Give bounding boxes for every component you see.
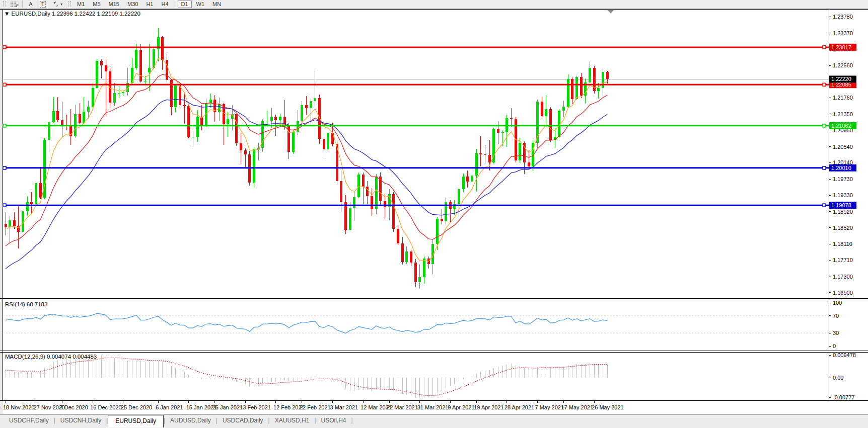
svg-text:22 Feb 2021: 22 Feb 2021 [300, 404, 331, 410]
svg-text:7 Dec 2020: 7 Dec 2020 [60, 404, 88, 410]
svg-text:1.21350: 1.21350 [833, 111, 853, 117]
svg-text:0: 0 [833, 343, 836, 349]
svg-text:6 Jan 2021: 6 Jan 2021 [156, 404, 183, 410]
svg-text:1.22220: 1.22220 [831, 76, 851, 82]
svg-text:25 Dec 2020: 25 Dec 2020 [121, 404, 152, 410]
toolbar-grip[interactable] [3, 1, 6, 7]
timeframe-toolbar: M1M5M15M30H1H4D1W1MN [73, 1, 225, 8]
svg-text:1.22560: 1.22560 [833, 62, 853, 68]
hline-price-tag: 1.20010 [829, 164, 856, 172]
timeframe-button-m1[interactable]: M1 [74, 1, 88, 8]
svg-text:3 Mar 2021: 3 Mar 2021 [330, 404, 358, 410]
text-box-icon: T [40, 1, 46, 8]
svg-text:100: 100 [833, 300, 842, 306]
svg-text:19 Apr 2021: 19 Apr 2021 [474, 404, 503, 410]
svg-text:28 Apr 2021: 28 Apr 2021 [504, 404, 534, 410]
svg-text:-0.00777: -0.00777 [833, 394, 854, 400]
trading-terminal-window: F A T ▾ M1M5M15M30H1H4D1W1MN 1.237801.23… [0, 0, 868, 428]
toolbar-grip-2[interactable] [68, 1, 71, 7]
svg-text:1.21062: 1.21062 [831, 123, 851, 129]
fibonacci-icon-letter: F [16, 4, 19, 8]
timeframe-button-m15[interactable]: M15 [105, 1, 123, 8]
line-handle[interactable] [823, 83, 826, 86]
svg-text:1.23370: 1.23370 [833, 30, 853, 36]
chart-symbol-header[interactable]: ▼ EURUSD,Daily 1.22396 1.22422 1.22109 1… [4, 11, 140, 17]
svg-text:9 Apr 2021: 9 Apr 2021 [448, 404, 474, 410]
text-label-tool-button[interactable]: T [37, 1, 49, 8]
symbol-tab-usdcad[interactable]: USDCAD,Daily [218, 415, 268, 425]
svg-text:1.16900: 1.16900 [833, 290, 853, 296]
chart-tab-bar: USDCHF,Daily|USDCNH,Daily|EURUSD,Daily|A… [0, 414, 868, 428]
line-handle[interactable] [3, 83, 6, 86]
svg-text:1.20540: 1.20540 [833, 144, 853, 150]
svg-text:3 Feb 2021: 3 Feb 2021 [243, 404, 271, 410]
line-handle[interactable] [3, 46, 6, 49]
svg-text:26 May 2021: 26 May 2021 [592, 404, 624, 410]
svg-text:1.20010: 1.20010 [831, 165, 851, 171]
arrow-shapes-button[interactable]: ▾ [49, 1, 66, 8]
timeframe-button-h1[interactable]: H1 [142, 1, 157, 8]
arrow-shapes-icon [52, 1, 59, 7]
symbol-tab-eurusd[interactable]: EURUSD,Daily [108, 415, 164, 427]
svg-text:1.19730: 1.19730 [833, 176, 853, 182]
svg-text:1.18110: 1.18110 [833, 241, 852, 247]
svg-text:1.17300: 1.17300 [833, 274, 853, 280]
line-handle[interactable] [3, 124, 6, 127]
hline-price-tag: 1.19078 [829, 202, 856, 209]
svg-text:7 May 2021: 7 May 2021 [535, 404, 564, 410]
symbol-tab-usoil[interactable]: USOil,H4 [316, 415, 351, 425]
chart-canvas[interactable]: 1.237801.233701.229701.225601.221501.217… [0, 0, 868, 414]
line-handle[interactable] [3, 166, 6, 169]
timeframe-button-mn[interactable]: MN [209, 1, 225, 8]
svg-text:17 May 2021: 17 May 2021 [561, 404, 593, 410]
timeframe-button-d1[interactable]: D1 [178, 1, 192, 8]
text-icon: A [29, 2, 32, 7]
svg-text:70: 70 [833, 313, 839, 319]
svg-text:1.23780: 1.23780 [833, 14, 853, 20]
symbol-tab-xauusd[interactable]: XAUUSD,H1 [270, 415, 315, 425]
svg-text:0.00: 0.00 [833, 375, 843, 381]
svg-text:1.21760: 1.21760 [833, 95, 853, 101]
svg-text:18 Nov 2020: 18 Nov 2020 [3, 404, 34, 410]
timeframe-button-m5[interactable]: M5 [89, 1, 104, 8]
svg-text:31 Mar 2021: 31 Mar 2021 [417, 404, 449, 410]
timeframe-button-w1[interactable]: W1 [193, 1, 208, 8]
svg-text:1.19330: 1.19330 [833, 192, 853, 198]
svg-text:25 Jan 2021: 25 Jan 2021 [212, 404, 243, 410]
line-handle[interactable] [823, 204, 826, 207]
rsi-label: RSI(14) 60.7183 [5, 301, 47, 307]
tab-separator: | [351, 415, 353, 424]
svg-text:1.19078: 1.19078 [831, 202, 851, 208]
symbol-tab-audusd[interactable]: AUDUSD,Daily [165, 415, 216, 425]
svg-text:22 Mar 2021: 22 Mar 2021 [387, 404, 418, 410]
svg-text:30: 30 [833, 330, 839, 336]
svg-text:1.17710: 1.17710 [833, 257, 853, 263]
macd-label: MACD(12,26,9) 0.004074 0.004483 [5, 354, 97, 360]
timeframe-button-m30[interactable]: M30 [124, 1, 141, 8]
line-handle[interactable] [823, 46, 826, 49]
svg-text:1.18520: 1.18520 [833, 225, 853, 231]
line-handle[interactable] [823, 124, 826, 127]
line-handle[interactable] [823, 166, 826, 169]
svg-text:0.009478: 0.009478 [833, 352, 856, 358]
current-price-tag: 1.22220 [829, 75, 856, 82]
toolbar-separator [22, 1, 23, 8]
fibonacci-tool-button[interactable]: F [8, 1, 20, 8]
symbol-tab-usdcnh[interactable]: USDCNH,Daily [55, 415, 106, 425]
timeframe-button-h4[interactable]: H4 [158, 1, 172, 8]
svg-text:1.23017: 1.23017 [831, 44, 851, 50]
line-handle[interactable] [3, 204, 6, 207]
text-tool-button[interactable]: A [25, 1, 37, 8]
toolbar-separator [175, 1, 175, 8]
svg-text:1.18920: 1.18920 [833, 209, 853, 215]
hline-price-tag: 1.21062 [829, 122, 856, 129]
svg-text:16 Dec 2020: 16 Dec 2020 [90, 404, 121, 410]
hline-price-tag: 1.23017 [829, 44, 856, 51]
toolbar: F A T ▾ M1M5M15M30H1H4D1W1MN [0, 0, 868, 9]
chevron-down-icon: ▾ [60, 2, 62, 7]
symbol-tab-usdchf[interactable]: USDCHF,Daily [4, 415, 54, 425]
